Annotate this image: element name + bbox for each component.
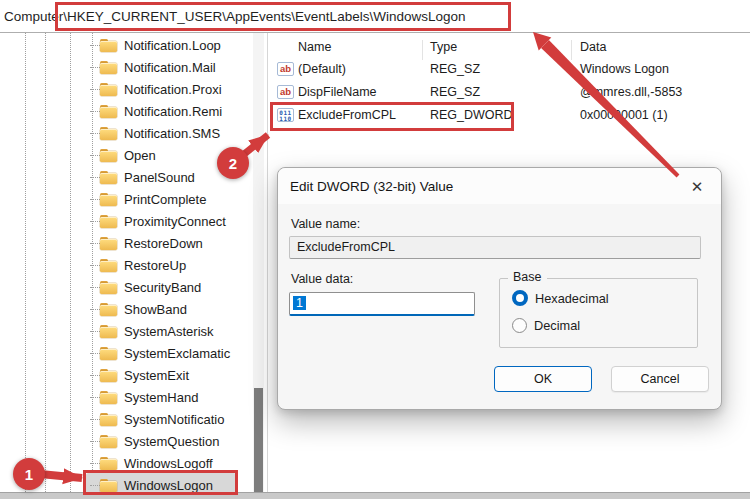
tree-item-systemhand[interactable]: SystemHand [0, 386, 267, 408]
value-type: REG_SZ [430, 62, 480, 76]
tree-connector [90, 287, 100, 288]
column-header-type[interactable]: Type [430, 40, 457, 54]
tree-connector [90, 397, 100, 398]
tree-item-label: ProximityConnect [124, 214, 226, 229]
tree-item-systemnotification[interactable]: SystemNotificatio [0, 408, 267, 430]
tree-item-notification-loop[interactable]: Notification.Loop [0, 34, 267, 56]
folder-icon [100, 215, 117, 228]
tree-connector [90, 419, 100, 420]
folder-icon [100, 83, 117, 96]
folder-icon [100, 237, 117, 250]
tree-connector [90, 375, 100, 376]
tree-connector [90, 177, 100, 178]
tree-item-proximityconnect[interactable]: ProximityConnect [0, 210, 267, 232]
tree-connector [90, 89, 100, 90]
radio-decimal[interactable]: Decimal [512, 318, 580, 333]
value-data-input[interactable]: 1 [289, 292, 475, 316]
tree-item-label: WindowsLogon [124, 478, 213, 493]
ok-button[interactable]: OK [494, 366, 592, 392]
tree-item-label: WindowsLogoff [124, 456, 213, 471]
column-header-name[interactable]: Name [298, 40, 331, 54]
dialog-title: Edit DWORD (32-bit) Value [290, 179, 453, 194]
tree-item-label: PanelSound [124, 170, 195, 185]
radio-button-unchecked[interactable] [512, 318, 527, 333]
tree-item-label: Open [124, 148, 156, 163]
value-data-label: Value data: [291, 272, 353, 286]
tree-item-restoredown[interactable]: RestoreDown [0, 232, 267, 254]
tree-item-label: Notification.Remi [124, 104, 222, 119]
folder-icon [100, 105, 117, 118]
tree-item-panelsound[interactable]: PanelSound [0, 166, 267, 188]
folder-icon [100, 281, 117, 294]
address-bar[interactable]: Computer\HKEY_CURRENT_USER\AppEvents\Eve… [0, 0, 750, 33]
folder-icon [100, 149, 117, 162]
tree-item-label: SystemExclamatic [124, 346, 230, 361]
radio-decimal-label[interactable]: Decimal [534, 318, 580, 333]
value-data: @mmres.dll,-5853 [580, 85, 682, 99]
tree-item-notification-sms[interactable]: Notification.SMS [0, 122, 267, 144]
radio-hexadecimal-label[interactable]: Hexadecimal [535, 291, 609, 306]
value-name: (Default) [298, 62, 346, 76]
tree-item-notification-mail[interactable]: Notification.Mail [0, 56, 267, 78]
value-row-excludefromcpl[interactable]: 011110 ExcludeFromCPL REG_DWORD 0x000000… [270, 104, 750, 127]
folder-icon [100, 193, 117, 206]
tree-item-notification-proximity[interactable]: Notification.Proxi [0, 78, 267, 100]
tree-connector [90, 485, 100, 486]
tree-item-label: Notification.Proxi [124, 82, 222, 97]
cancel-button[interactable]: Cancel [611, 366, 709, 392]
tree-item-systemexclamation[interactable]: SystemExclamatic [0, 342, 267, 364]
tree-item-open[interactable]: Open [0, 144, 267, 166]
value-name-label: Value name: [291, 217, 360, 231]
tree-item-label: SecurityBand [124, 280, 201, 295]
column-header-data[interactable]: Data [580, 40, 606, 54]
folder-icon [100, 39, 117, 52]
folder-icon [100, 303, 117, 316]
tree-item-systemquestion[interactable]: SystemQuestion [0, 430, 267, 452]
tree-connector [90, 45, 100, 46]
base-groupbox: Base Hexadecimal Decimal [499, 278, 698, 348]
value-row-dispfilename[interactable]: ab DispFileName REG_SZ @mmres.dll,-5853 [270, 81, 750, 104]
tree-item-windowslogoff[interactable]: WindowsLogoff [0, 452, 267, 474]
folder-icon [100, 369, 117, 382]
tree-item-systemasterisk[interactable]: SystemAsterisk [0, 320, 267, 342]
tree-connector [90, 353, 100, 354]
tree-connector [90, 331, 100, 332]
tree-item-notification-reminder[interactable]: Notification.Remi [0, 100, 267, 122]
tree-item-windowslogon[interactable]: WindowsLogon [0, 474, 267, 492]
tree-connector [90, 155, 100, 156]
column-divider[interactable] [571, 40, 572, 60]
tree-item-label: Notification.SMS [124, 126, 220, 141]
tree-item-securityband[interactable]: SecurityBand [0, 276, 267, 298]
folder-icon [100, 61, 117, 74]
tree-item-showband[interactable]: ShowBand [0, 298, 267, 320]
reg-sz-icon: ab [277, 85, 294, 99]
address-path: Computer\HKEY_CURRENT_USER\AppEvents\Eve… [4, 9, 465, 24]
folder-icon [100, 435, 117, 448]
tree-connector [90, 463, 100, 464]
selected-text: 1 [293, 296, 306, 310]
tree-connector [90, 67, 100, 68]
value-data: Windows Logon [580, 62, 669, 76]
tree-item-label: SystemQuestion [124, 434, 219, 449]
tree-item-label: Notification.Loop [124, 38, 221, 53]
column-divider[interactable] [422, 40, 423, 60]
close-icon[interactable]: ✕ [682, 175, 712, 198]
tree-item-printcomplete[interactable]: PrintComplete [0, 188, 267, 210]
tree-item-label: SystemAsterisk [124, 324, 214, 339]
tree-connector [90, 221, 100, 222]
panel-splitter[interactable] [267, 33, 268, 492]
tree-item-restoreup[interactable]: RestoreUp [0, 254, 267, 276]
radio-button-checked[interactable] [512, 290, 528, 306]
value-row-default[interactable]: ab (Default) REG_SZ Windows Logon [270, 58, 750, 81]
tree-item-systemexit[interactable]: SystemExit [0, 364, 267, 386]
folder-icon [100, 347, 117, 360]
registry-editor-window: Computer\HKEY_CURRENT_USER\AppEvents\Eve… [0, 0, 750, 499]
tree-connector [90, 199, 100, 200]
dialog-titlebar[interactable]: Edit DWORD (32-bit) Value [278, 168, 721, 204]
window-bottom-edge [0, 492, 750, 499]
tree-connector [90, 243, 100, 244]
tree-item-label: Notification.Mail [124, 60, 216, 75]
value-name-field[interactable]: ExcludeFromCPL [289, 236, 701, 259]
radio-hexadecimal[interactable]: Hexadecimal [512, 290, 609, 306]
folder-icon [100, 391, 117, 404]
